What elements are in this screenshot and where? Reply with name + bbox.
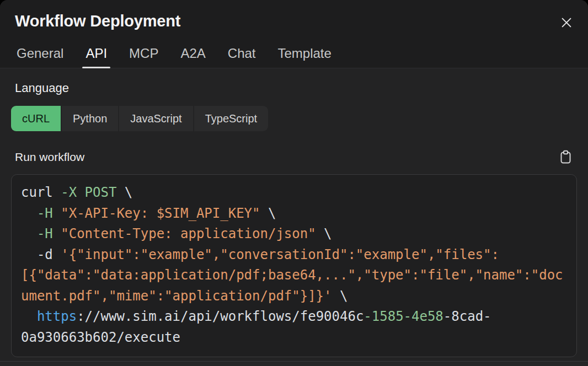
modal-title: Workflow Deployment [15, 12, 180, 30]
tab-a2a[interactable]: A2A [177, 47, 209, 68]
code-block: curl -X POST \ -H "X-API-Key: $SIM_API_K… [11, 174, 577, 357]
clipboard-icon [559, 150, 572, 164]
tab-mcp[interactable]: MCP [126, 47, 162, 68]
language-option-javascript[interactable]: JavaScript [119, 106, 193, 131]
tab-bar: GeneralAPIMCPA2AChatTemplate [13, 47, 335, 68]
code-line: https://www.sim.ai/api/workflows/fe90046… [21, 306, 567, 327]
language-option-curl[interactable]: cURL [11, 106, 61, 131]
tab-chat[interactable]: Chat [224, 47, 259, 68]
code-line: curl -X POST \ [21, 182, 567, 203]
code-line: -H "X-API-Key: $SIM_API_KEY" \ [21, 203, 567, 224]
modal-header: Workflow Deployment GeneralAPIMCPA2AChat… [0, 0, 588, 68]
tab-template[interactable]: Template [275, 47, 335, 68]
modal-footer-divider [0, 361, 588, 366]
language-label: Language [15, 81, 69, 95]
language-option-python[interactable]: Python [62, 106, 118, 131]
language-option-typescript[interactable]: TypeScript [194, 106, 268, 131]
tab-general[interactable]: General [13, 47, 67, 68]
close-button[interactable] [557, 13, 576, 32]
workflow-deployment-modal: Workflow Deployment GeneralAPIMCPA2AChat… [0, 0, 588, 366]
code-line: -d '{"input":"example","conversationId":… [21, 245, 567, 266]
code-line: ument.pdf","mime":"application/pdf"}]}' … [21, 286, 567, 307]
snippet-label: Run workflow [15, 150, 84, 164]
copy-button[interactable] [556, 148, 575, 166]
tab-api[interactable]: API [82, 47, 110, 68]
code-line: [{"data":"data:application/pdf;base64,..… [21, 265, 567, 286]
code-line: 0a930663b602/execute [21, 327, 567, 348]
code-line: -H "Content-Type: application/json" \ [21, 224, 567, 245]
x-icon [559, 15, 574, 30]
language-selector: cURLPythonJavaScriptTypeScript [11, 106, 268, 131]
